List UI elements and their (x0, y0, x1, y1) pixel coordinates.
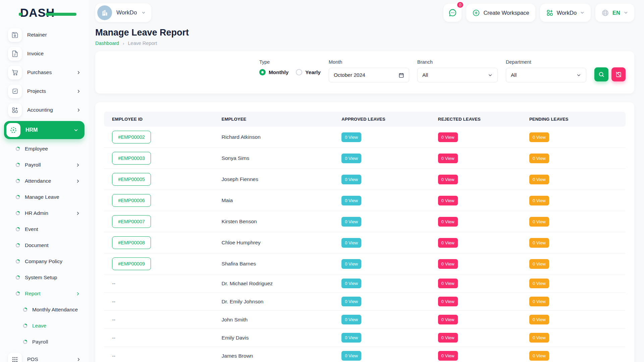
rejected-view-badge[interactable]: 0 View (438, 297, 458, 306)
rejected-view-badge[interactable]: 0 View (438, 279, 458, 288)
radio-monthly[interactable]: Monthly (259, 69, 288, 75)
sidebar-subitem-manage-leave[interactable]: Manage Leave (0, 189, 89, 205)
employee-id-badge[interactable]: #EMP00007 (112, 215, 151, 228)
reset-button[interactable] (611, 67, 626, 81)
sidebar-item-projects[interactable]: Projects (0, 82, 89, 101)
rejected-view-badge[interactable]: 0 View (438, 175, 458, 184)
sidebar-subitem-label: Event (25, 226, 38, 232)
sidebar-item-retainer[interactable]: Retainer (0, 25, 89, 44)
calendar-icon[interactable] (398, 72, 404, 78)
sidebar-item-pos[interactable]: POS (0, 350, 89, 362)
approved-view-badge[interactable]: 0 View (341, 154, 361, 163)
sidebar-subitem-hr-admin[interactable]: HR Admin (0, 205, 89, 221)
messages-count-badge: 0 (456, 1, 465, 9)
employee-id-badge[interactable]: #EMP00006 (112, 194, 151, 207)
pending-view-badge[interactable]: 0 View (529, 259, 549, 269)
sidebar-subitem-event[interactable]: Event (0, 221, 89, 237)
pending-view-badge[interactable]: 0 View (529, 217, 549, 227)
pending-view-badge[interactable]: 0 View (529, 132, 549, 142)
chevron-right-icon (76, 89, 81, 94)
sidebar-item-invoice[interactable]: Invoice (0, 44, 89, 63)
approved-view-badge[interactable]: 0 View (341, 217, 361, 227)
radio-yearly-circle[interactable] (296, 69, 302, 75)
create-workspace-button[interactable]: Create Workspace (466, 4, 535, 22)
table-header-row: EMPLOYEE ID EMPLOYEE APPROVED LEAVES REJ… (104, 112, 626, 127)
workspace-selector[interactable]: WorkDo (95, 3, 151, 22)
sidebar-subitem-leave[interactable]: Leave (0, 318, 89, 334)
table-row: -- Dr. Emily Johnson 0 View 0 View 0 Vie… (104, 293, 626, 311)
rejected-view-badge[interactable]: 0 View (438, 315, 458, 324)
sidebar-subitem-employee[interactable]: Employee (0, 141, 89, 157)
employee-name-cell: Emily Davis (214, 329, 334, 347)
bullet-icon (15, 211, 20, 216)
pending-view-badge[interactable]: 0 View (529, 238, 549, 248)
approved-view-badge[interactable]: 0 View (341, 238, 361, 248)
employee-id-badge[interactable]: #EMP00009 (112, 257, 151, 270)
employee-id-badge[interactable]: #EMP00005 (112, 173, 151, 186)
branch-select[interactable]: All (417, 68, 498, 82)
approved-view-badge[interactable]: 0 View (341, 132, 361, 142)
approved-view-badge[interactable]: 0 View (341, 279, 361, 288)
breadcrumb-dashboard-link[interactable]: Dashboard (95, 41, 119, 46)
rejected-view-badge[interactable]: 0 View (438, 259, 458, 269)
pending-view-badge[interactable]: 0 View (529, 297, 549, 306)
sidebar-subitem-payroll[interactable]: Payroll (0, 334, 89, 350)
leave-report-table-card: EMPLOYEE ID EMPLOYEE APPROVED LEAVES REJ… (95, 102, 634, 362)
pending-view-badge[interactable]: 0 View (529, 279, 549, 288)
radio-monthly-circle[interactable] (259, 69, 266, 75)
sidebar-subitem-label: Report (25, 291, 41, 297)
approved-view-badge[interactable]: 0 View (341, 175, 361, 184)
sidebar-item-purchases[interactable]: Purchases (0, 63, 89, 82)
approved-view-badge[interactable]: 0 View (341, 351, 361, 361)
invoice-icon (8, 47, 22, 61)
language-dropdown[interactable]: EN (595, 4, 634, 22)
pending-leaves-cell: 0 View (521, 169, 626, 190)
radio-yearly[interactable]: Yearly (296, 69, 321, 75)
sidebar-item-accounting[interactable]: Accounting (0, 101, 89, 119)
pending-view-badge[interactable]: 0 View (529, 196, 549, 205)
employee-id-badge[interactable]: #EMP00003 (112, 152, 151, 165)
sidebar-subitem-attendance[interactable]: Attendance (0, 173, 89, 189)
app-switcher-dropdown[interactable]: WorkDo (540, 4, 591, 22)
rejected-view-badge[interactable]: 0 View (438, 196, 458, 205)
table-row: #EMP00006 Maia 0 View 0 View 0 View (104, 190, 626, 211)
sidebar-subitem-label: Payroll (32, 339, 48, 345)
sidebar-subitem-monthly-attendance[interactable]: Monthly Attendance (0, 302, 89, 318)
sidebar-subitem-report[interactable]: Report (0, 286, 89, 302)
employee-id-badge[interactable]: #EMP00008 (112, 236, 151, 249)
rejected-view-badge[interactable]: 0 View (438, 351, 458, 361)
rejected-view-badge[interactable]: 0 View (438, 132, 458, 142)
pending-view-badge[interactable]: 0 View (529, 333, 549, 343)
rejected-view-badge[interactable]: 0 View (438, 154, 458, 163)
pending-view-badge[interactable]: 0 View (529, 154, 549, 163)
sidebar-item-label: Projects (27, 88, 46, 94)
sidebar-subitem-label: System Setup (25, 275, 57, 281)
pending-view-badge[interactable]: 0 View (529, 175, 549, 184)
approved-view-badge[interactable]: 0 View (341, 259, 361, 269)
search-button[interactable] (594, 67, 608, 81)
approved-view-badge[interactable]: 0 View (341, 297, 361, 306)
sidebar-subitem-payroll[interactable]: Payroll (0, 157, 89, 173)
sidebar-subitem-company-policy[interactable]: Company Policy (0, 253, 89, 269)
app-logo[interactable]: DASH (20, 6, 55, 19)
rejected-view-badge[interactable]: 0 View (438, 217, 458, 227)
sidebar-subitem-label: Document (25, 242, 49, 248)
approved-view-badge[interactable]: 0 View (341, 196, 361, 205)
employee-id-badge[interactable]: #EMP00002 (112, 131, 151, 143)
table-row: #EMP00007 Kirsten Benson 0 View 0 View 0… (104, 211, 626, 232)
sidebar-subitem-document[interactable]: Document (0, 237, 89, 253)
pending-view-badge[interactable]: 0 View (529, 351, 549, 361)
messages-button[interactable]: 0 (443, 4, 462, 22)
approved-view-badge[interactable]: 0 View (341, 333, 361, 343)
filter-card: Type Monthly Yearly Month October 2024 (95, 51, 634, 94)
rejected-view-badge[interactable]: 0 View (438, 333, 458, 343)
department-select[interactable]: All (506, 68, 586, 82)
employee-id-cell: -- (104, 293, 214, 311)
sidebar-nav: Retainer Invoice Purchases Projects Acco… (0, 25, 89, 362)
approved-view-badge[interactable]: 0 View (341, 315, 361, 324)
rejected-view-badge[interactable]: 0 View (438, 238, 458, 248)
pending-view-badge[interactable]: 0 View (529, 315, 549, 324)
month-input[interactable]: October 2024 (329, 68, 409, 82)
sidebar-item-hrm[interactable]: HRM (4, 121, 85, 139)
sidebar-subitem-system-setup[interactable]: System Setup (0, 269, 89, 286)
